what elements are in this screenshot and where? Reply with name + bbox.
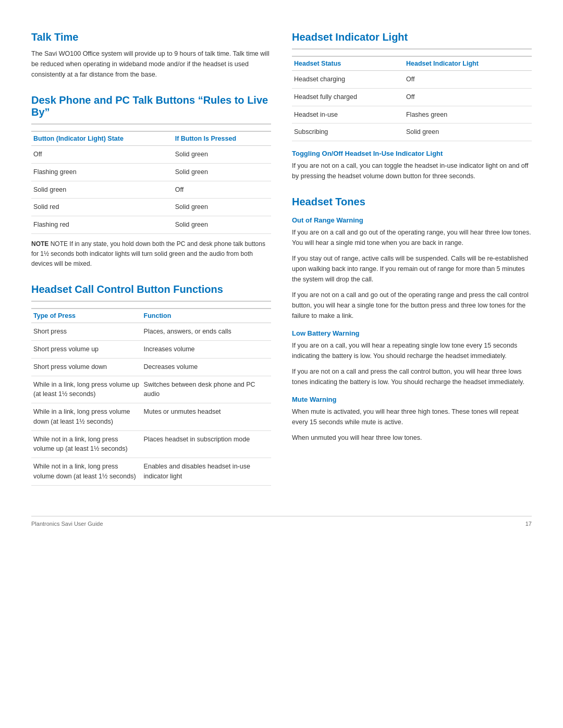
press-cell: Short press: [31, 323, 142, 341]
toggling-body: If you are not on a call, you can toggle…: [292, 161, 532, 181]
state-cell: Flashing red: [31, 216, 173, 234]
pressed-cell: Solid green: [173, 146, 271, 164]
status-cell: Headset charging: [292, 71, 404, 89]
function-cell: Places, answers, or ends calls: [142, 323, 271, 341]
press-cell: Short press volume down: [31, 358, 142, 376]
light-cell: Off: [404, 88, 532, 106]
desk-phone-col1-header: Button (Indicator Light) State: [31, 131, 173, 146]
headset-indicator-table: Headset Status Headset Indicator Light H…: [292, 56, 532, 141]
state-cell: Solid red: [31, 199, 173, 216]
out-of-range-para1: If you are on a call and go out of the o…: [292, 227, 532, 248]
mute-warning-title: Mute Warning: [292, 396, 532, 403]
table-row: Solid redSolid green: [31, 199, 271, 216]
talk-time-body: The Savi WO100 Office system will provid…: [31, 48, 271, 80]
footer-right: 17: [525, 521, 532, 527]
light-cell: Solid green: [404, 124, 532, 141]
call-control-col2-header: Function: [142, 309, 271, 323]
low-battery-para1: If you are on a call, you will hear a re…: [292, 340, 532, 361]
function-cell: Increases volume: [142, 341, 271, 359]
table-row: While in a link, long press volume down …: [31, 403, 271, 431]
talk-time-title: Talk Time: [31, 31, 271, 43]
talk-time-section: Talk Time The Savi WO100 Office system w…: [31, 31, 271, 80]
state-cell: Off: [31, 146, 173, 164]
press-cell: While not in a link, long press volume u…: [31, 430, 142, 458]
table-row: While not in a link, long press volume d…: [31, 458, 271, 486]
function-cell: Places headset in subscription mode: [142, 430, 271, 458]
headset-call-control-section: Headset Call Control Button Functions Ty…: [31, 283, 271, 485]
table-row: Headset chargingOff: [292, 71, 532, 89]
headset-tones-title: Headset Tones: [292, 196, 532, 208]
table-row: Headset fully chargedOff: [292, 88, 532, 106]
headset-indicator-section: Headset Indicator Light Headset Status H…: [292, 31, 532, 181]
headset-call-control-table: Type of Press Function Short pressPlaces…: [31, 308, 271, 485]
table-row: SubscribingSolid green: [292, 124, 532, 141]
call-control-col1-header: Type of Press: [31, 309, 142, 323]
indicator-col1-header: Headset Status: [292, 56, 404, 71]
press-cell: Short press volume up: [31, 341, 142, 359]
status-cell: Headset fully charged: [292, 88, 404, 106]
table-row: Headset in-useFlashes green: [292, 106, 532, 124]
page-footer: Plantronics Savi User Guide 17: [31, 516, 532, 527]
pressed-cell: Solid green: [173, 199, 271, 216]
desk-phone-table: Button (Indicator Light) State If Button…: [31, 131, 271, 234]
table-row: Flashing greenSolid green: [31, 163, 271, 181]
status-cell: Subscribing: [292, 124, 404, 141]
mute-warning-para2: When unmuted you will hear three low ton…: [292, 433, 532, 443]
headset-indicator-title: Headset Indicator Light: [292, 31, 532, 43]
table-row: Flashing redSolid green: [31, 216, 271, 234]
table-row: While not in a link, long press volume u…: [31, 430, 271, 458]
table-row: Short pressPlaces, answers, or ends call…: [31, 323, 271, 341]
desk-phone-section: Desk Phone and PC Talk Buttons “Rules to…: [31, 94, 271, 269]
function-cell: Decreases volume: [142, 358, 271, 376]
low-battery-para2: If you are not on a call and press the c…: [292, 366, 532, 387]
mute-warning-para1: When mute is activated, you will hear th…: [292, 406, 532, 427]
press-cell: While in a link, long press volume down …: [31, 403, 142, 431]
function-cell: Mutes or unmutes headset: [142, 403, 271, 431]
press-cell: While not in a link, long press volume d…: [31, 458, 142, 486]
desk-phone-col2-header: If Button Is Pressed: [173, 131, 271, 146]
out-of-range-para2: If you stay out of range, active calls w…: [292, 253, 532, 285]
status-cell: Headset in-use: [292, 106, 404, 124]
desk-phone-title: Desk Phone and PC Talk Buttons “Rules to…: [31, 94, 271, 118]
out-of-range-para3: If you are not on a call and go out of t…: [292, 290, 532, 321]
press-cell: While in a link, long press volume up (a…: [31, 376, 142, 403]
light-cell: Flashes green: [404, 106, 532, 124]
desk-phone-note: NOTE NOTE If in any state, you hold down…: [31, 239, 271, 269]
function-cell: Enables and disables headset in-use indi…: [142, 458, 271, 486]
pressed-cell: Solid green: [173, 216, 271, 234]
toggling-title: Toggling On/Off Headset In-Use Indicator…: [292, 150, 532, 157]
indicator-col2-header: Headset Indicator Light: [404, 56, 532, 71]
low-battery-title: Low Battery Warning: [292, 329, 532, 337]
table-row: Short press volume upIncreases volume: [31, 341, 271, 359]
function-cell: Switches between desk phone and PC audio: [142, 376, 271, 403]
table-row: Solid greenOff: [31, 181, 271, 199]
table-row: OffSolid green: [31, 146, 271, 164]
table-row: Short press volume downDecreases volume: [31, 358, 271, 376]
out-of-range-title: Out of Range Warning: [292, 216, 532, 224]
headset-call-control-title: Headset Call Control Button Functions: [31, 283, 271, 295]
state-cell: Flashing green: [31, 163, 173, 181]
light-cell: Off: [404, 71, 532, 89]
table-row: While in a link, long press volume up (a…: [31, 376, 271, 403]
state-cell: Solid green: [31, 181, 173, 199]
pressed-cell: Solid green: [173, 163, 271, 181]
footer-left: Plantronics Savi User Guide: [31, 521, 103, 527]
pressed-cell: Off: [173, 181, 271, 199]
headset-tones-section: Headset Tones Out of Range Warning If yo…: [292, 196, 532, 443]
